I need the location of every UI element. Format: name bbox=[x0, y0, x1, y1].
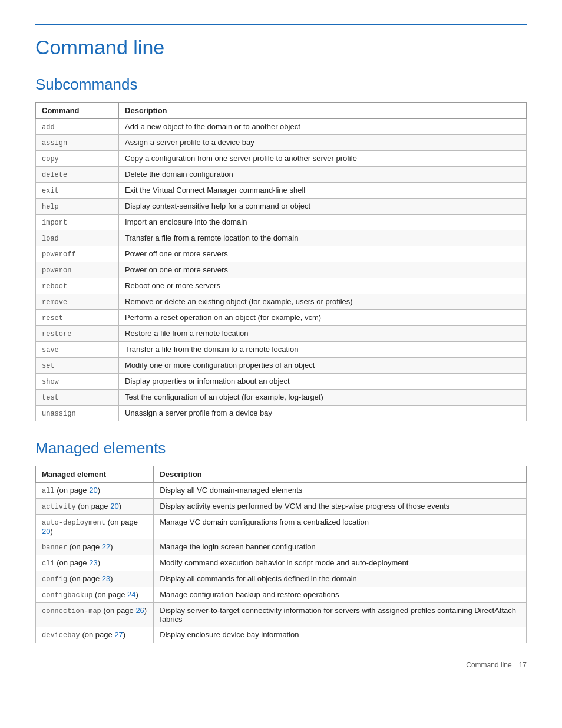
description-cell: Exit the Virtual Connect Manager command… bbox=[119, 183, 527, 199]
page-link[interactable]: 20 bbox=[110, 502, 118, 510]
footer-label: Command line bbox=[466, 661, 511, 669]
element-mono: auto-deployment bbox=[42, 519, 105, 527]
command-mono: import bbox=[42, 219, 67, 227]
element-mono: devicebay bbox=[42, 631, 80, 640]
description-cell: Manage the login screen banner configura… bbox=[154, 539, 527, 555]
page-link[interactable]: 24 bbox=[127, 590, 135, 599]
command-mono: assign bbox=[42, 139, 67, 147]
element-cell: configbackup (on page 24) bbox=[36, 587, 154, 603]
description-cell: Display context-sensitive help for a com… bbox=[119, 199, 527, 215]
command-mono: test bbox=[42, 394, 59, 402]
command-cell: exit bbox=[36, 183, 119, 199]
table-row: removeRemove or delete an existing objec… bbox=[36, 294, 527, 310]
table-row: activity (on page 20)Display activity ev… bbox=[36, 499, 527, 515]
command-mono: set bbox=[42, 362, 55, 370]
description-cell: Display properties or information about … bbox=[119, 374, 527, 390]
table-row: saveTransfer a file from the domain to a… bbox=[36, 342, 527, 358]
table-row: setModify one or more configuration prop… bbox=[36, 358, 527, 374]
command-cell: poweron bbox=[36, 262, 119, 278]
command-cell: remove bbox=[36, 294, 119, 310]
description-cell: Unassign a server profile from a device … bbox=[119, 406, 527, 421]
element-cell: activity (on page 20) bbox=[36, 499, 154, 515]
page-ref-text: (on page 27) bbox=[82, 630, 125, 639]
page-link[interactable]: 23 bbox=[102, 574, 110, 583]
table-row: devicebay (on page 27)Display enclosure … bbox=[36, 627, 527, 643]
page-ref-text: (on page 22) bbox=[70, 542, 113, 551]
description-cell: Perform a reset operation on an object (… bbox=[119, 310, 527, 326]
page-link[interactable]: 20 bbox=[42, 527, 50, 536]
page-ref-text: (on page 24) bbox=[95, 590, 138, 599]
element-cell: connection-map (on page 26) bbox=[36, 603, 154, 627]
footer-page: 17 bbox=[519, 661, 527, 669]
table-row: cli (on page 23)Modify command execution… bbox=[36, 555, 527, 571]
command-mono: exit bbox=[42, 187, 59, 195]
top-border bbox=[35, 24, 527, 25]
element-cell: devicebay (on page 27) bbox=[36, 627, 154, 643]
table-row: deleteDelete the domain configuration bbox=[36, 167, 527, 183]
command-mono: copy bbox=[42, 155, 59, 163]
footer: Command line 17 bbox=[35, 661, 527, 669]
command-mono: restore bbox=[42, 330, 71, 338]
element-cell: cli (on page 23) bbox=[36, 555, 154, 571]
command-mono: poweroff bbox=[42, 251, 76, 259]
table-row: addAdd a new object to the domain or to … bbox=[36, 119, 527, 135]
element-cell: auto-deployment (on page 20) bbox=[36, 515, 154, 539]
command-cell: show bbox=[36, 374, 119, 390]
subcommands-col-description: Description bbox=[119, 103, 527, 119]
description-cell: Display activity events performed by VCM… bbox=[154, 499, 527, 515]
page-ref-text: (on page 20) bbox=[57, 486, 100, 495]
subcommands-table: Command Description addAdd a new object … bbox=[35, 102, 527, 421]
table-row: assignAssign a server profile to a devic… bbox=[36, 135, 527, 151]
description-cell: Copy a configuration from one server pro… bbox=[119, 151, 527, 167]
page-link[interactable]: 27 bbox=[114, 630, 123, 639]
command-mono: poweron bbox=[42, 266, 71, 275]
element-mono: activity bbox=[42, 503, 76, 511]
description-cell: Restore a file from a remote location bbox=[119, 326, 527, 342]
element-cell: all (on page 20) bbox=[36, 483, 154, 499]
description-cell: Modify command execution behavior in scr… bbox=[154, 555, 527, 571]
description-cell: Assign a server profile to a device bay bbox=[119, 135, 527, 151]
description-cell: Delete the domain configuration bbox=[119, 167, 527, 183]
table-row: banner (on page 22)Manage the login scre… bbox=[36, 539, 527, 555]
command-cell: reset bbox=[36, 310, 119, 326]
command-cell: add bbox=[36, 119, 119, 135]
page-title: Command line bbox=[35, 36, 527, 59]
command-mono: delete bbox=[42, 171, 67, 179]
command-cell: set bbox=[36, 358, 119, 374]
description-cell: Display enclosure device bay information bbox=[154, 627, 527, 643]
command-mono: reboot bbox=[42, 282, 67, 291]
description-cell: Remove or delete an existing object (for… bbox=[119, 294, 527, 310]
page-link[interactable]: 26 bbox=[135, 606, 144, 615]
command-cell: poweroff bbox=[36, 246, 119, 262]
command-mono: add bbox=[42, 123, 55, 131]
description-cell: Display all commands for all objects def… bbox=[154, 571, 527, 587]
element-mono: banner bbox=[42, 543, 67, 552]
command-cell: delete bbox=[36, 167, 119, 183]
command-cell: test bbox=[36, 390, 119, 406]
page-link[interactable]: 22 bbox=[102, 542, 110, 551]
command-mono: help bbox=[42, 203, 59, 211]
page-link[interactable]: 23 bbox=[89, 558, 97, 567]
table-row: importImport an enclosure into the domai… bbox=[36, 215, 527, 230]
subcommands-heading: Subcommands bbox=[35, 75, 527, 94]
table-row: configbackup (on page 24)Manage configur… bbox=[36, 587, 527, 603]
description-cell: Test the configuration of an object (for… bbox=[119, 390, 527, 406]
description-cell: Reboot one or more servers bbox=[119, 278, 527, 294]
element-mono: connection-map bbox=[42, 607, 101, 615]
command-mono: unassign bbox=[42, 410, 76, 418]
table-row: config (on page 23)Display all commands … bbox=[36, 571, 527, 587]
page-link[interactable]: 20 bbox=[89, 486, 97, 495]
table-row: testTest the configuration of an object … bbox=[36, 390, 527, 406]
element-cell: banner (on page 22) bbox=[36, 539, 154, 555]
description-cell: Add a new object to the domain or to ano… bbox=[119, 119, 527, 135]
element-cell: config (on page 23) bbox=[36, 571, 154, 587]
page-ref-text: (on page 20) bbox=[78, 502, 121, 510]
command-cell: save bbox=[36, 342, 119, 358]
command-mono: remove bbox=[42, 298, 67, 307]
table-row: connection-map (on page 26)Display serve… bbox=[36, 603, 527, 627]
command-cell: help bbox=[36, 199, 119, 215]
subcommands-section: Subcommands Command Description addAdd a… bbox=[35, 75, 527, 421]
table-row: restoreRestore a file from a remote loca… bbox=[36, 326, 527, 342]
table-row: poweronPower on one or more servers bbox=[36, 262, 527, 278]
managed-elements-heading: Managed elements bbox=[35, 439, 527, 457]
